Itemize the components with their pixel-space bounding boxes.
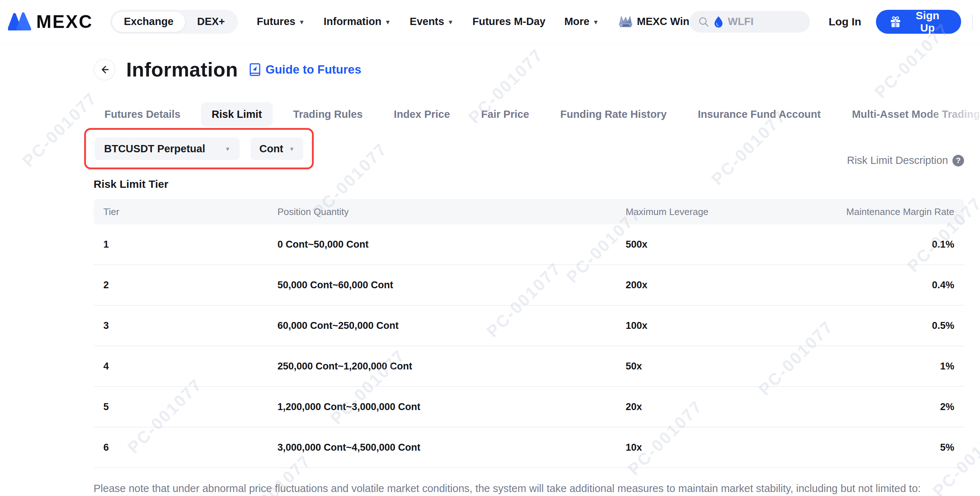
table-header-row: Tier Position Quantity Maximum Leverage … [94,199,964,224]
risk-limit-table: Tier Position Quantity Maximum Leverage … [94,199,964,468]
tab-insurance-fund-account[interactable]: Insurance Fund Account [687,102,832,127]
token-drop-icon [714,16,723,27]
guide-book-icon [249,63,262,76]
unit-select[interactable]: Cont ▼ [251,137,303,160]
table-row: 2 50,000 Cont~60,000 Cont 200x 0.4% [94,265,964,306]
tab-index-price[interactable]: Index Price [383,102,461,127]
main-nav: Futures ▼ Information ▼ Events ▼ Futures… [257,14,689,29]
search-placeholder: WLFI [728,16,754,27]
chevron-down-icon: ▼ [289,146,294,152]
table-row: 3 60,000 Cont~250,000 Cont 100x 0.5% [94,306,964,346]
login-button[interactable]: Log In [829,16,861,28]
tab-risk-limit[interactable]: Risk Limit [201,102,273,127]
col-maintenance-margin-rate: Maintenance Margin Rate [835,206,954,218]
nav-information[interactable]: Information ▼ [323,16,391,27]
mexc-logo[interactable]: MEXC [8,11,93,32]
table-row: 1 0 Cont~50,000 Cont 500x 0.1% [94,224,964,265]
exchange-dex-toggle: Exchange DEX+ [110,10,238,34]
nav-mexc-win[interactable]: WIN MEXC Win [618,14,689,29]
header-right-group: WLFI Log In Sign Up [689,10,973,34]
col-position-quantity: Position Quantity [277,206,626,218]
chevron-down-icon: ▼ [385,19,391,26]
table-row: 4 250,000 Cont~1,200,000 Cont 50x 1% [94,346,964,387]
page-title: Information [126,58,238,81]
tab-fair-price[interactable]: Fair Price [471,102,540,127]
tab-funding-rate-history[interactable]: Funding Rate History [549,102,678,127]
signup-button[interactable]: Sign Up [876,10,961,34]
nav-more[interactable]: More ▼ [564,16,599,27]
tab-trading-rules[interactable]: Trading Rules [282,102,374,127]
chevron-down-icon: ▼ [225,146,230,152]
mexc-logo-icon [8,12,31,31]
chevron-down-icon: ▼ [299,19,305,26]
guide-to-futures-link[interactable]: Guide to Futures [249,63,361,76]
nav-events[interactable]: Events ▼ [410,16,454,27]
red-highlight-box: BTCUSDT Perpetual ▼ Cont ▼ [84,128,314,169]
question-mark-icon[interactable]: ? [953,155,964,167]
logo-wordmark: MEXC [36,11,93,32]
section-title: Risk Limit Tier [94,178,964,190]
win-badge-icon: WIN [618,14,634,29]
back-button[interactable] [94,59,115,81]
nav-futures[interactable]: Futures ▼ [257,16,305,27]
header-divider [972,14,973,30]
svg-text:WIN: WIN [622,24,629,27]
col-tier: Tier [103,206,277,218]
footnote-text: Please note that under abnormal price fl… [94,483,964,494]
gift-icon [889,15,902,28]
risk-limit-description: Risk Limit Description ? [847,154,964,167]
arrow-left-icon [99,64,110,75]
tab-multi-asset-mode-trading[interactable]: Multi-Asset Mode Trading [841,102,980,127]
main-content: Information Guide to Futures Futures Det… [0,58,980,494]
search-input[interactable]: WLFI [689,11,810,33]
tab-futures-details[interactable]: Futures Details [94,102,191,127]
chevron-down-icon: ▼ [447,19,454,26]
nav-futures-mday[interactable]: Futures M-Day [472,16,545,27]
contract-select[interactable]: BTCUSDT Perpetual ▼ [95,137,240,160]
toggle-exchange[interactable]: Exchange [112,11,185,32]
top-header: MEXC Exchange DEX+ Futures ▼ Information… [0,0,980,43]
tab-bar: Futures Details Risk Limit Trading Rules… [94,102,964,127]
filters-row: BTCUSDT Perpetual ▼ Cont ▼ Risk Limit De… [94,128,964,172]
title-row: Information Guide to Futures [94,58,964,81]
toggle-dex[interactable]: DEX+ [185,11,237,32]
chevron-down-icon: ▼ [593,19,599,26]
search-icon [698,16,709,27]
table-row: 6 3,000,000 Cont~4,500,000 Cont 10x 5% [94,428,964,468]
table-row: 5 1,200,000 Cont~3,000,000 Cont 20x 2% [94,387,964,428]
col-maximum-leverage: Maximum Leverage [626,206,835,218]
